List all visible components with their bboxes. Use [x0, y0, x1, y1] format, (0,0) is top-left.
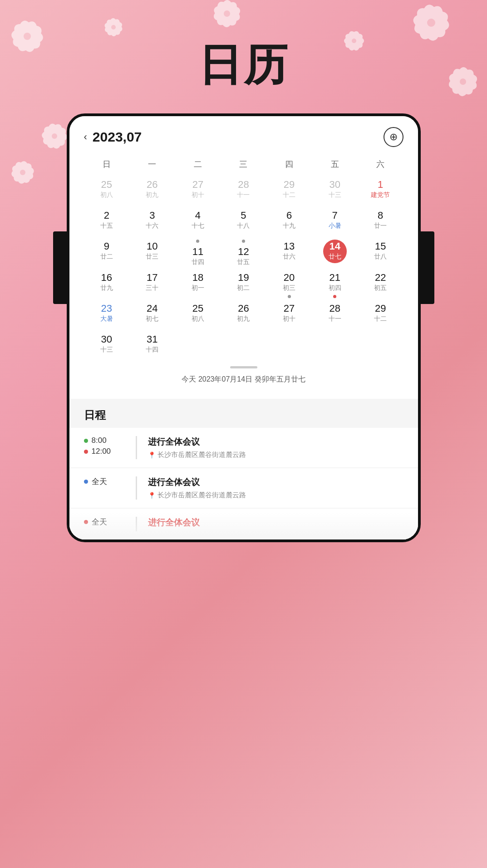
cal-cell-jul22[interactable]: 22 初五	[358, 269, 403, 300]
cal-cell-empty5	[358, 331, 403, 362]
cal-cell-empty3	[266, 331, 312, 362]
cal-day: 19	[238, 272, 249, 284]
cal-day: 3	[149, 210, 155, 221]
cal-cell-jul27[interactable]: 27 初十	[266, 300, 312, 331]
cal-day: 28	[238, 179, 249, 191]
cal-lunar: 初二	[237, 284, 250, 292]
cal-cell-jul25[interactable]: 25 初八	[175, 300, 221, 331]
event-dot-jul11	[196, 240, 199, 243]
cal-cell-jul23[interactable]: 23 大暑	[84, 300, 130, 331]
cal-cell-jul18[interactable]: 18 初一	[175, 269, 221, 300]
cal-cell-jun27[interactable]: 27 初十	[175, 176, 221, 207]
svg-point-50	[10, 160, 34, 185]
cal-cell-jul20[interactable]: 20 初三	[266, 269, 312, 300]
cal-cell-jul30[interactable]: 30 十三	[84, 331, 130, 362]
weekday-sun: 日	[84, 156, 130, 172]
cal-cell-jul19[interactable]: 19 初二	[221, 269, 266, 300]
cal-day: 30	[101, 333, 112, 345]
cal-cell-jul13[interactable]: 13 廿六	[266, 238, 312, 269]
time-label-1200: 12:00	[92, 447, 111, 456]
cal-day: 29	[375, 303, 386, 314]
cal-lunar: 十一	[237, 191, 250, 199]
cal-cell-jul29[interactable]: 29 十二	[358, 300, 403, 331]
cal-cell-jul31[interactable]: 31 十四	[129, 331, 175, 362]
cal-lunar-today: 廿七	[329, 253, 341, 261]
prev-month-button[interactable]: ‹	[84, 131, 87, 143]
cal-lunar: 初八	[100, 191, 113, 199]
time-dot-blue	[84, 480, 88, 484]
cal-lunar: 廿六	[283, 253, 295, 261]
cal-lunar: 廿三	[146, 253, 158, 261]
cal-day: 15	[375, 240, 386, 252]
cal-cell-jun29[interactable]: 29 十二	[266, 176, 312, 207]
cal-cell-jul21[interactable]: 21 初四	[312, 269, 358, 300]
cal-cell-jul17[interactable]: 17 三十	[129, 269, 175, 300]
cal-day: 16	[101, 272, 112, 284]
schedule-title-1: 进行全体会议	[148, 436, 403, 448]
cal-cell-jul10[interactable]: 10 廿三	[129, 238, 175, 269]
cal-cell-jul26[interactable]: 26 初九	[221, 300, 266, 331]
schedule-header: 日程	[69, 399, 418, 428]
cal-cell-jun26[interactable]: 26 初九	[129, 176, 175, 207]
cal-cell-jul06[interactable]: 6 十九	[266, 207, 312, 238]
cal-cell-jun25[interactable]: 25 初八	[84, 176, 130, 207]
schedule-item-partial[interactable]: 全天 进行全体会议	[69, 509, 418, 539]
event-dot-jul12	[242, 240, 245, 243]
cal-lunar: 十三	[100, 346, 113, 354]
cal-cell-jul12[interactable]: 12 廿五	[221, 238, 266, 269]
cal-cell-jul04[interactable]: 4 十七	[175, 207, 221, 238]
cal-day: 20	[284, 272, 295, 284]
cal-cell-jun30[interactable]: 30 十三	[312, 176, 358, 207]
calendar-section: ‹ 2023,07 ⊕ 日 一 二 三 四 五 六 25 初八	[69, 116, 418, 399]
svg-point-24	[41, 129, 68, 144]
cal-cell-jul08[interactable]: 8 廿一	[358, 207, 403, 238]
weekdays-row: 日 一 二 三 四 五 六	[84, 156, 403, 172]
cal-day: 24	[147, 303, 157, 314]
schedule-item-2[interactable]: 全天 进行全体会议 📍 长沙市岳麓区麓谷街道麓云路	[69, 468, 418, 508]
cal-cell-jul14[interactable]: 14 廿七	[312, 238, 358, 269]
cal-cell-jul09[interactable]: 9 廿二	[84, 238, 130, 269]
cal-cell-jul11[interactable]: 11 廿四	[175, 238, 221, 269]
cal-cell-jul15[interactable]: 15 廿八	[358, 238, 403, 269]
cal-day: 30	[329, 179, 340, 191]
cal-lunar: 廿四	[192, 258, 204, 266]
cal-day: 5	[241, 210, 246, 221]
cal-cell-jul02[interactable]: 2 十五	[84, 207, 130, 238]
cal-day: 4	[195, 210, 201, 221]
app-title: 日历	[0, 0, 487, 113]
svg-point-27	[41, 123, 69, 149]
cal-day: 8	[378, 210, 383, 221]
phone-screen: ‹ 2023,07 ⊕ 日 一 二 三 四 五 六 25 初八	[67, 113, 421, 542]
cal-day: 27	[192, 179, 203, 191]
cal-cell-jul05[interactable]: 5 十八	[221, 207, 266, 238]
weekday-fri: 五	[312, 156, 358, 172]
time-dot-green	[84, 439, 88, 443]
cal-lunar: 初九	[237, 315, 250, 323]
cal-lunar: 初十	[192, 191, 204, 199]
cal-cell-jul28[interactable]: 28 十一	[312, 300, 358, 331]
cal-lunar: 十三	[329, 191, 341, 199]
schedule-location-1: 📍 长沙市岳麓区麓谷街道麓云路	[148, 451, 403, 459]
svg-point-52	[15, 160, 30, 184]
location-icon-2: 📍	[148, 492, 156, 499]
cal-lunar: 三十	[146, 284, 158, 292]
cal-cell-jul01[interactable]: 1 建党节	[358, 176, 403, 207]
cal-day: 1	[378, 179, 383, 191]
cal-lunar: 初十	[283, 315, 295, 323]
schedule-item-1[interactable]: 8:00 12:00 进行全体会议 📍 长沙市岳麓区麓谷街道麓云路	[69, 428, 418, 467]
cal-lunar: 十六	[146, 222, 158, 230]
time-label-allday: 全天	[92, 476, 107, 487]
calendar-month-year: 2023,07	[93, 129, 142, 145]
svg-point-25	[45, 123, 64, 150]
cal-cell-jul07[interactable]: 7 小暑	[312, 207, 358, 238]
add-event-button[interactable]: ⊕	[384, 127, 403, 147]
cal-cell-jun28[interactable]: 28 十一	[221, 176, 266, 207]
cal-cell-jul24[interactable]: 24 初七	[129, 300, 175, 331]
phone-mockup: ‹ 2023,07 ⊕ 日 一 二 三 四 五 六 25 初八	[67, 113, 421, 767]
cal-cell-jul03[interactable]: 3 十六	[129, 207, 175, 238]
cal-day: 11	[192, 246, 203, 258]
cal-lunar: 初七	[146, 315, 158, 323]
cal-day: 2	[104, 210, 109, 221]
cal-cell-jul16[interactable]: 16 廿九	[84, 269, 130, 300]
cal-day: 26	[238, 303, 249, 314]
